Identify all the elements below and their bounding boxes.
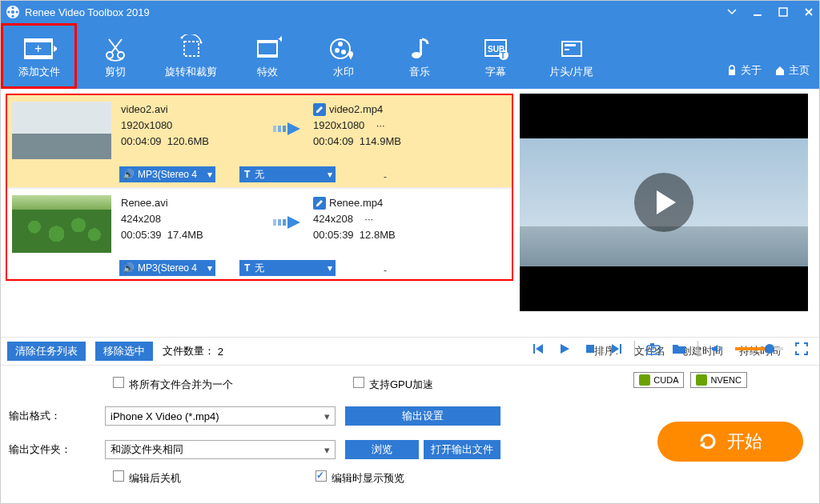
svg-point-4 bbox=[7, 11, 10, 14]
preview-panel bbox=[520, 89, 819, 337]
svg-rect-6 bbox=[754, 14, 762, 16]
text-icon: T bbox=[244, 169, 250, 180]
svg-rect-14 bbox=[184, 42, 199, 56]
maximize-icon[interactable] bbox=[778, 6, 789, 18]
toolbar-label: 字幕 bbox=[485, 65, 506, 79]
file-row[interactable]: Renee.avi 424x208 00:05:39 17.4MB Renee.… bbox=[7, 189, 512, 281]
about-link[interactable]: 关于 bbox=[726, 63, 762, 78]
snapshot-icon[interactable] bbox=[646, 342, 661, 356]
subtitle-dropdown[interactable]: T无▾ bbox=[239, 260, 336, 276]
minimize-icon[interactable] bbox=[752, 6, 763, 18]
svg-rect-41 bbox=[533, 344, 535, 354]
cuda-badge: CUDA bbox=[633, 372, 684, 388]
lock-icon bbox=[726, 65, 738, 76]
svg-point-15 bbox=[180, 37, 183, 39]
svg-rect-10 bbox=[25, 55, 52, 58]
file-list: video2.avi 1920x1080 00:04:09 120.6MB vi… bbox=[1, 89, 520, 337]
home-icon bbox=[774, 65, 786, 76]
chevron-down-icon: ▾ bbox=[324, 444, 330, 456]
input-size: 17.4MB bbox=[167, 229, 203, 241]
crop-icon bbox=[177, 33, 206, 65]
svg-point-45 bbox=[651, 347, 656, 352]
svg-point-24 bbox=[341, 50, 346, 54]
toolbar-label: 音乐 bbox=[409, 65, 430, 79]
speaker-icon: 🔊 bbox=[123, 262, 135, 274]
toolbar-effects[interactable]: ✦ 特效 bbox=[229, 23, 305, 89]
preview-checkbox[interactable]: 编辑时显示预览 bbox=[316, 470, 404, 486]
volume-slider[interactable] bbox=[735, 347, 783, 350]
title-bar: Renee Video Toolbox 2019 bbox=[1, 1, 819, 23]
audio-dropdown[interactable]: 🔊MP3(Stereo 4▾ bbox=[119, 166, 215, 182]
subtitle-icon: SUBT bbox=[481, 33, 510, 65]
close-icon[interactable] bbox=[803, 6, 814, 18]
folder-combo[interactable]: 和源文件夹相同▾ bbox=[105, 440, 336, 459]
edit-icon[interactable] bbox=[313, 103, 326, 116]
gpu-checkbox[interactable]: 支持GPU加速 bbox=[353, 377, 433, 392]
clear-queue-button[interactable]: 清除任务列表 bbox=[7, 342, 86, 361]
shutdown-checkbox[interactable]: 编辑后关机 bbox=[113, 470, 181, 486]
dash: - bbox=[384, 171, 387, 182]
toolbar-watermark[interactable]: 水印 bbox=[305, 23, 381, 89]
arrow-icon bbox=[265, 102, 313, 138]
svg-text:+: + bbox=[34, 42, 42, 55]
nvenc-badge: NVENC bbox=[690, 372, 747, 388]
input-duration: 00:04:09 bbox=[121, 135, 162, 147]
merge-checkbox[interactable]: 将所有文件合并为一个 bbox=[113, 377, 233, 392]
home-link[interactable]: 主页 bbox=[774, 63, 810, 78]
svg-rect-33 bbox=[565, 49, 569, 50]
toolbar-music[interactable]: 音乐 bbox=[381, 23, 457, 89]
audio-dropdown[interactable]: 🔊MP3(Stereo 4▾ bbox=[119, 260, 215, 276]
dropdown-icon[interactable] bbox=[726, 6, 738, 18]
edit-icon[interactable] bbox=[313, 197, 326, 210]
output-size: 114.9MB bbox=[360, 135, 401, 147]
fullscreen-icon[interactable] bbox=[794, 342, 809, 356]
player-controls bbox=[532, 341, 809, 357]
chevron-down-icon: ▾ bbox=[328, 169, 332, 180]
volume-icon[interactable] bbox=[709, 342, 724, 356]
output-extra[interactable]: ··· bbox=[364, 213, 373, 225]
browse-button[interactable]: 浏览 bbox=[345, 440, 419, 459]
toolbar-label: 特效 bbox=[257, 65, 278, 79]
toolbar-subtitle[interactable]: SUBT 字幕 bbox=[457, 23, 533, 89]
svg-rect-36 bbox=[278, 126, 281, 132]
chevron-down-icon: ▾ bbox=[328, 262, 332, 274]
toolbar-label: 添加文件 bbox=[18, 65, 60, 79]
svg-rect-34 bbox=[729, 70, 735, 75]
remove-selected-button[interactable]: 移除选中 bbox=[95, 342, 153, 361]
output-duration: 00:05:39 bbox=[313, 229, 354, 241]
file-count: 2 bbox=[218, 346, 223, 358]
add-file-icon: + bbox=[22, 33, 57, 65]
svg-text:T: T bbox=[500, 51, 505, 60]
file-row[interactable]: video2.avi 1920x1080 00:04:09 120.6MB vi… bbox=[7, 95, 512, 187]
open-output-button[interactable]: 打开输出文件 bbox=[424, 440, 500, 459]
next-icon[interactable] bbox=[609, 342, 623, 356]
app-logo-icon bbox=[6, 5, 20, 19]
preview-video[interactable] bbox=[520, 94, 808, 311]
output-extra[interactable]: ··· bbox=[376, 119, 385, 131]
open-folder-icon[interactable] bbox=[672, 342, 686, 356]
text-icon: T bbox=[244, 262, 250, 274]
toolbar-intro-outro[interactable]: 片头/片尾 bbox=[533, 23, 609, 89]
toolbar-rotate-crop[interactable]: 旋转和裁剪 bbox=[153, 23, 229, 89]
play-icon[interactable] bbox=[557, 342, 572, 356]
options-panel: CUDA NVENC 将所有文件合并为一个 支持GPU加速 输出格式： iPho… bbox=[1, 366, 819, 504]
svg-rect-32 bbox=[565, 44, 576, 46]
start-button[interactable]: 开始 bbox=[657, 422, 803, 462]
svg-rect-26 bbox=[420, 39, 422, 55]
input-size: 120.6MB bbox=[167, 135, 209, 147]
svg-point-1 bbox=[11, 10, 14, 14]
play-icon[interactable] bbox=[634, 173, 693, 232]
svg-text:✦: ✦ bbox=[277, 34, 282, 45]
app-title: Renee Video Toolbox 2019 bbox=[25, 6, 726, 18]
thumbnail bbox=[12, 102, 111, 159]
format-combo[interactable]: iPhone X Video (*.mp4)▾ bbox=[105, 406, 336, 426]
format-label: 输出格式： bbox=[9, 409, 105, 423]
prev-icon[interactable] bbox=[532, 342, 546, 356]
input-resolution: 424x208 bbox=[121, 211, 265, 227]
toolbar-cut[interactable]: 剪切 bbox=[77, 23, 153, 89]
output-settings-button[interactable]: 输出设置 bbox=[345, 406, 500, 426]
subtitle-dropdown[interactable]: T无▾ bbox=[239, 166, 336, 182]
stop-icon[interactable] bbox=[583, 342, 597, 356]
output-size: 12.8MB bbox=[360, 229, 396, 241]
toolbar-add-file[interactable]: + 添加文件 bbox=[1, 23, 77, 89]
